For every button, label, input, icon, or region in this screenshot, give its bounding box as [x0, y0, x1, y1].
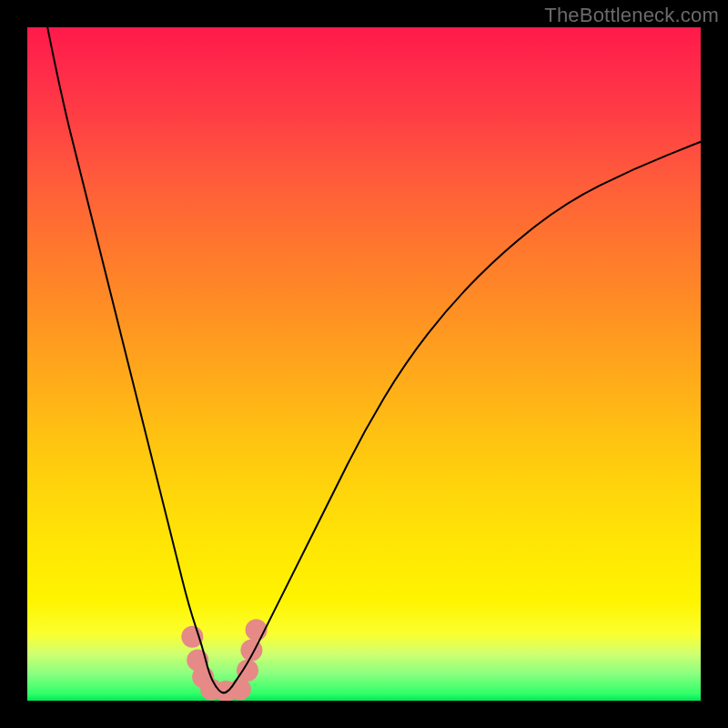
markers-group — [181, 619, 267, 701]
bottleneck-curve — [47, 27, 701, 693]
plot-area — [27, 27, 701, 701]
dot-left-1 — [181, 626, 203, 648]
chart-svg — [27, 27, 701, 701]
dot-bottom-3 — [229, 678, 251, 700]
watermark-text: TheBottleneck.com — [544, 4, 719, 27]
chart-frame: TheBottleneck.com — [0, 0, 728, 728]
